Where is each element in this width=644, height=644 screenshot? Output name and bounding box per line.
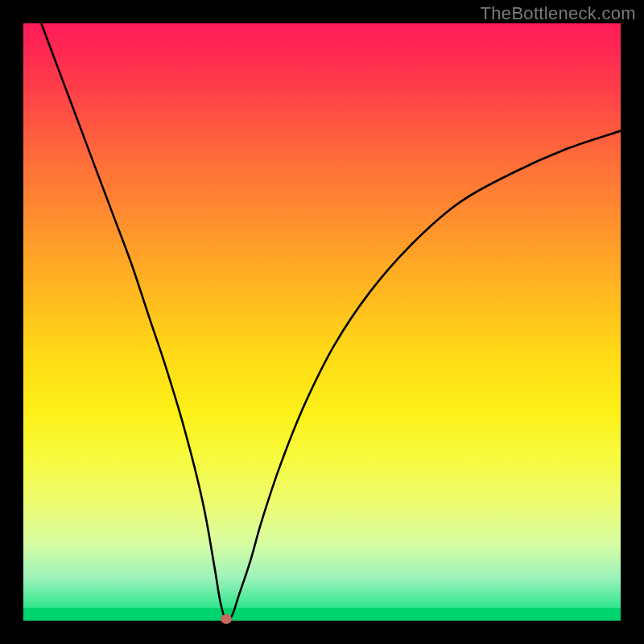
watermark-text: TheBottleneck.com bbox=[481, 3, 636, 24]
plot-area bbox=[23, 23, 621, 621]
optimum-band bbox=[23, 608, 621, 621]
optimum-marker bbox=[221, 614, 232, 624]
chart-container: TheBottleneck.com bbox=[0, 0, 644, 644]
bottleneck-curve bbox=[23, 23, 621, 621]
